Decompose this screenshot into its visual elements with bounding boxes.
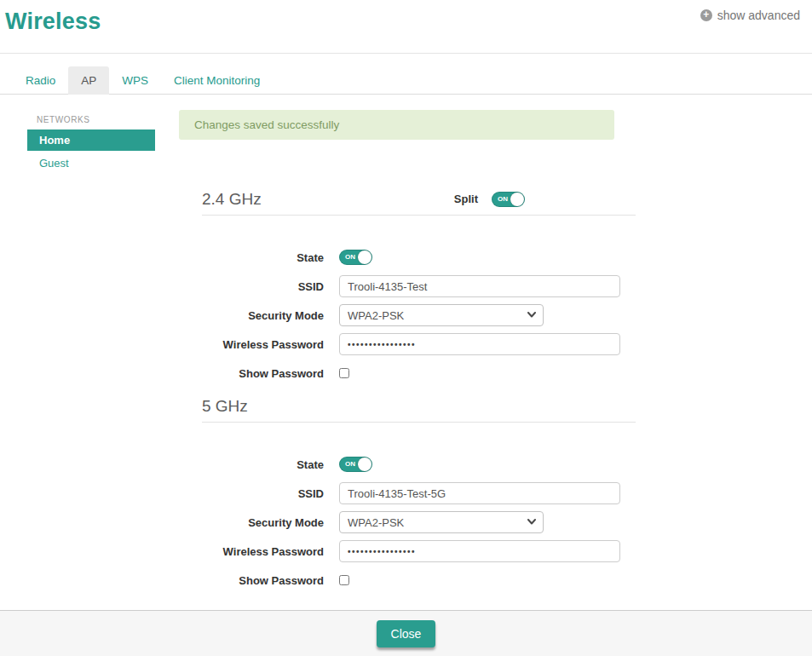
- sidebar-item-home[interactable]: Home: [27, 129, 155, 151]
- security-mode-select-2_4ghz[interactable]: WPA2-PSK: [339, 304, 544, 326]
- split-toggle[interactable]: ON: [492, 192, 525, 207]
- split-group: Split ON: [454, 192, 525, 207]
- success-alert: Changes saved successfully: [179, 110, 614, 140]
- page-title: Wireless: [5, 9, 101, 35]
- security-mode-row: Security Mode WPA2-PSK: [202, 304, 636, 326]
- show-advanced-label: show advanced: [717, 9, 800, 22]
- toggle-knob: [358, 457, 371, 471]
- toggle-on-label: ON: [345, 254, 355, 261]
- ssid-input-2_4ghz[interactable]: [339, 275, 620, 297]
- toggle-on-label: ON: [345, 461, 355, 468]
- close-button[interactable]: Close: [377, 620, 436, 647]
- band-form: State ON SSID Security Mode WPA2-PSK Wir…: [202, 423, 636, 591]
- toggle-knob: [358, 250, 371, 264]
- ssid-label: SSID: [202, 487, 324, 500]
- state-toggle-2_4ghz[interactable]: ON: [339, 250, 372, 265]
- security-mode-select-wrap: WPA2-PSK: [339, 304, 544, 326]
- sidebar-item-label: Home: [39, 134, 70, 147]
- state-label: State: [202, 251, 324, 264]
- plus-icon: +: [700, 9, 712, 21]
- band-section-2_4ghz: 2.4 GHz Split ON State ON SSID Security …: [202, 183, 636, 391]
- show-password-checkbox-2_4ghz[interactable]: [339, 368, 349, 378]
- header-divider: [0, 53, 812, 54]
- band-header: 2.4 GHz Split ON: [202, 183, 636, 216]
- success-alert-text: Changes saved successfully: [194, 118, 339, 131]
- security-mode-select-5ghz[interactable]: WPA2-PSK: [339, 511, 544, 533]
- tab-ap[interactable]: AP: [68, 66, 109, 95]
- security-mode-row: Security Mode WPA2-PSK: [202, 511, 636, 533]
- show-password-label: Show Password: [202, 574, 324, 587]
- split-label: Split: [454, 193, 478, 205]
- show-password-checkbox-5ghz[interactable]: [339, 575, 349, 585]
- security-mode-label: Security Mode: [202, 309, 324, 322]
- wireless-password-input-2_4ghz[interactable]: [339, 333, 620, 355]
- state-row: State ON: [202, 246, 636, 268]
- state-label: State: [202, 458, 324, 471]
- tab-bar: Radio AP WPS Client Monitoring: [0, 66, 812, 95]
- ssid-input-5ghz[interactable]: [339, 482, 620, 504]
- band-title-5ghz: 5 GHz: [202, 397, 248, 416]
- show-password-label: Show Password: [202, 367, 324, 380]
- wireless-password-input-5ghz[interactable]: [339, 540, 620, 562]
- footer-bar: Close: [0, 610, 812, 656]
- show-advanced-button[interactable]: + show advanced: [700, 9, 800, 22]
- ssid-label: SSID: [202, 280, 324, 293]
- ssid-row: SSID: [202, 275, 636, 297]
- band-header: 5 GHz: [202, 390, 636, 423]
- wireless-password-label: Wireless Password: [202, 545, 324, 558]
- tab-wps[interactable]: WPS: [109, 66, 161, 95]
- sidebar-item-guest[interactable]: Guest: [39, 154, 69, 171]
- tab-radio[interactable]: Radio: [13, 66, 68, 95]
- security-mode-select-wrap: WPA2-PSK: [339, 511, 544, 533]
- wireless-password-label: Wireless Password: [202, 338, 324, 351]
- show-password-row: Show Password: [202, 362, 636, 384]
- band-section-5ghz: 5 GHz State ON SSID Security Mode WPA2-P…: [202, 390, 636, 598]
- band-form: State ON SSID Security Mode WPA2-PSK Wir…: [202, 216, 636, 384]
- band-title-2_4ghz: 2.4 GHz: [202, 190, 262, 209]
- wireless-password-row: Wireless Password: [202, 333, 636, 355]
- sidebar-heading: NETWORKS: [37, 115, 90, 124]
- toggle-on-label: ON: [498, 196, 508, 203]
- ssid-row: SSID: [202, 482, 636, 504]
- security-mode-label: Security Mode: [202, 516, 324, 529]
- show-password-row: Show Password: [202, 569, 636, 591]
- sidebar-item-label: Guest: [39, 157, 69, 170]
- state-toggle-5ghz[interactable]: ON: [339, 457, 372, 472]
- tab-client-monitoring[interactable]: Client Monitoring: [161, 66, 273, 95]
- state-row: State ON: [202, 453, 636, 475]
- wireless-password-row: Wireless Password: [202, 540, 636, 562]
- toggle-knob: [510, 193, 524, 206]
